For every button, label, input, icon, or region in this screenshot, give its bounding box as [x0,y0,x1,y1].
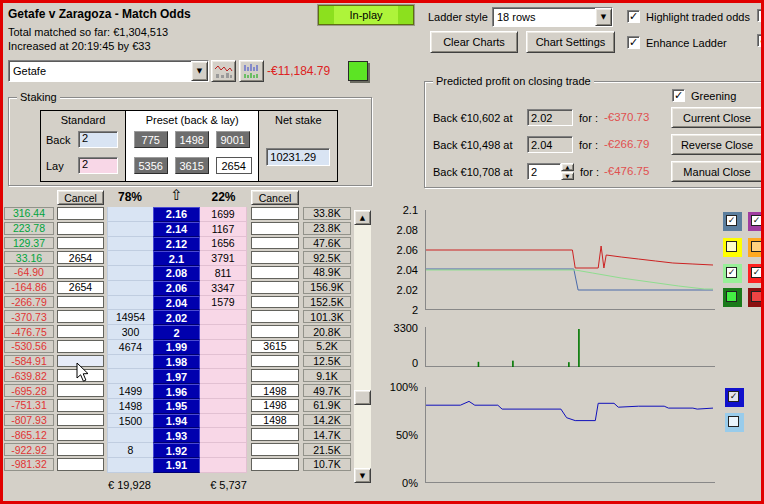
ladder-back-amount-cell[interactable]: 1499 [107,384,153,399]
ladder-back-order-cell[interactable] [57,325,104,338]
preset-stake-button[interactable]: 1498 [175,131,209,148]
net-stake-input[interactable]: 10231.29 [266,148,330,166]
preset-stake-button[interactable]: 9001 [216,131,250,148]
ladder-lay-order-cell[interactable] [251,251,299,264]
ladder-lay-order-cell[interactable] [251,428,299,441]
ladder-lay-amount-cell[interactable] [200,325,247,340]
ladder-back-order-cell[interactable] [57,428,104,441]
ladder-back-amount-cell[interactable]: 1500 [107,414,153,429]
ladder-back-order-cell[interactable]: 2654 [57,251,104,264]
chart-series-toggle-checkbox[interactable] [723,238,742,257]
ladder-back-amount-cell[interactable]: 4674 [107,340,153,355]
chart-series-toggle-checkbox[interactable]: ✓ [725,388,744,407]
manual-close-odds-input[interactable]: 2 [527,163,561,180]
ladder-back-amount-cell[interactable] [107,428,153,443]
ladder-lay-order-cell[interactable]: 1498 [251,414,299,427]
ladder-back-order-cell[interactable] [57,266,104,279]
ladder-lay-amount-cell[interactable] [200,369,247,384]
ladder-back-amount-cell[interactable]: 1498 [107,399,153,414]
scroll-down-button[interactable]: ▼ [354,468,371,483]
ladder-back-amount-cell[interactable] [107,207,153,222]
ladder-price-cell[interactable]: 1.93 [153,428,200,443]
chart-series-toggle-checkbox[interactable] [725,413,744,432]
ladder-back-amount-cell[interactable] [107,266,153,281]
ladder-lay-order-cell[interactable] [251,458,299,471]
ladder-price-cell[interactable]: 2.08 [153,266,200,281]
cancel-back-orders-button[interactable]: Cancel [57,190,104,205]
ladder-lay-amount-cell[interactable] [200,399,247,414]
ladder-lay-amount-cell[interactable]: 1699 [200,207,247,222]
ladder-lay-amount-cell[interactable] [200,458,247,473]
ladder-price-cell[interactable]: 1.97 [153,369,200,384]
chart-series-toggle-checkbox[interactable]: ✓ [748,212,764,231]
ladder-lay-amount-cell[interactable]: 3791 [200,251,247,266]
ladder-lay-amount-cell[interactable] [200,310,247,325]
ladder-lay-amount-cell[interactable]: 1167 [200,222,247,237]
ladder-lay-amount-cell[interactable]: 1656 [200,237,247,252]
ladder-lay-order-cell[interactable] [251,325,299,338]
ladder-price-cell[interactable]: 2.06 [153,281,200,296]
ladder-lay-order-cell[interactable] [251,355,299,368]
lay-stake-input[interactable]: 2 [78,157,118,174]
back-stake-input[interactable]: 2 [78,131,118,148]
current-close-button[interactable]: Current Close [671,107,763,128]
ladder-price-cell[interactable]: 2.1 [153,251,200,266]
clear-charts-button[interactable]: Clear Charts [430,31,518,53]
dropdown-arrow-icon[interactable]: ▼ [595,8,612,26]
cancel-lay-orders-button[interactable]: Cancel [251,190,299,205]
ladder-price-cell[interactable]: 1.91 [153,458,200,473]
ladder-style-dropdown[interactable]: 18 rows ▼ [492,7,613,27]
ladder-back-amount-cell[interactable] [107,369,153,384]
preset-stake-button[interactable]: 775 [134,131,168,148]
ladder-lay-amount-cell[interactable] [200,340,247,355]
line-chart-button[interactable] [211,60,236,82]
ladder-price-cell[interactable]: 1.94 [153,414,200,429]
chart-series-toggle-checkbox[interactable] [748,238,764,257]
ladder-back-order-cell[interactable] [57,310,104,323]
ladder-price-cell[interactable]: 1.99 [153,340,200,355]
ladder-price-cell[interactable]: 1.96 [153,384,200,399]
selection-dropdown[interactable]: Getafe ▼ [8,60,209,82]
preset-stake-button[interactable]: 5356 [134,157,168,174]
ladder-back-amount-cell[interactable] [107,222,153,237]
ladder-back-order-cell[interactable] [57,399,104,412]
scroll-up-button[interactable]: ▲ [354,210,371,225]
odds-spinner[interactable]: ▲ ▼ [561,163,574,180]
ladder-back-amount-cell[interactable] [107,237,153,252]
ladder-price-cell[interactable]: 2.04 [153,296,200,311]
manual-close-button[interactable]: Manual Close [671,161,763,182]
ladder-back-amount-cell[interactable] [107,251,153,266]
ladder-back-order-cell[interactable] [57,414,104,427]
ladder-back-amount-cell[interactable]: 14954 [107,310,153,325]
ladder-lay-order-cell[interactable] [251,222,299,235]
reverse-close-button[interactable]: Reverse Close [671,134,763,155]
ladder-lay-amount-cell[interactable]: 3347 [200,281,247,296]
ladder-lay-order-cell[interactable] [251,237,299,250]
greening-checkbox[interactable]: ✓ [672,89,685,102]
highlight-traded-odds-checkbox[interactable]: ✓ [627,10,640,23]
chart-series-toggle-checkbox[interactable]: ✓ [723,264,742,283]
ladder-lay-amount-cell[interactable] [200,443,247,458]
ladder-back-amount-cell[interactable] [107,458,153,473]
clipped-checkbox[interactable] [757,9,764,22]
ladder-back-order-cell[interactable] [57,384,104,397]
ladder-back-amount-cell[interactable] [107,281,153,296]
ladder-lay-amount-cell[interactable]: 1579 [200,296,247,311]
ladder-lay-order-cell[interactable]: 3615 [251,340,299,353]
chart-series-toggle-checkbox[interactable]: ✓ [748,264,764,283]
ladder-lay-order-cell[interactable] [251,281,299,294]
ladder-back-order-cell[interactable] [57,222,104,235]
ladder-lay-order-cell[interactable] [251,207,299,220]
ladder-lay-amount-cell[interactable] [200,355,247,370]
bar-chart-button[interactable] [239,60,264,82]
ladder-price-cell[interactable]: 2 [153,325,200,340]
ladder-lay-amount-cell[interactable] [200,414,247,429]
ladder-back-order-cell[interactable] [57,237,104,250]
ladder-back-amount-cell[interactable]: 8 [107,443,153,458]
ladder-lay-amount-cell[interactable] [200,428,247,443]
ladder-back-order-cell[interactable] [57,207,104,220]
ladder-lay-amount-cell[interactable] [200,384,247,399]
ladder-back-order-cell[interactable] [57,458,104,471]
ladder-lay-order-cell[interactable]: 1498 [251,399,299,412]
ladder-lay-order-cell[interactable] [251,266,299,279]
